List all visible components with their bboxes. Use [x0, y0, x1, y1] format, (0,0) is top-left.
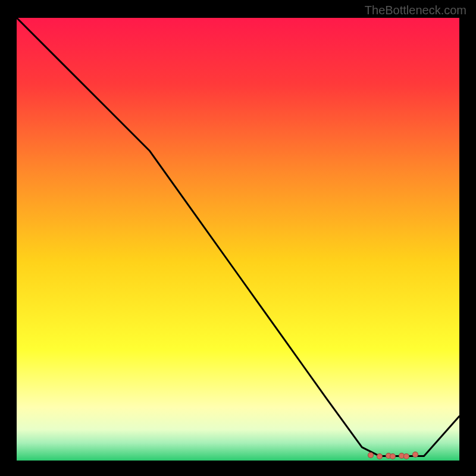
highlight-dot: [377, 453, 383, 459]
highlight-dot: [368, 452, 374, 458]
highlight-dot: [390, 453, 396, 459]
highlight-dots-layer: [17, 18, 459, 461]
watermark-text: TheBottleneck.com: [365, 4, 466, 17]
plot-area: [17, 18, 459, 461]
highlight-dot: [412, 452, 418, 458]
highlight-dot: [403, 453, 409, 459]
